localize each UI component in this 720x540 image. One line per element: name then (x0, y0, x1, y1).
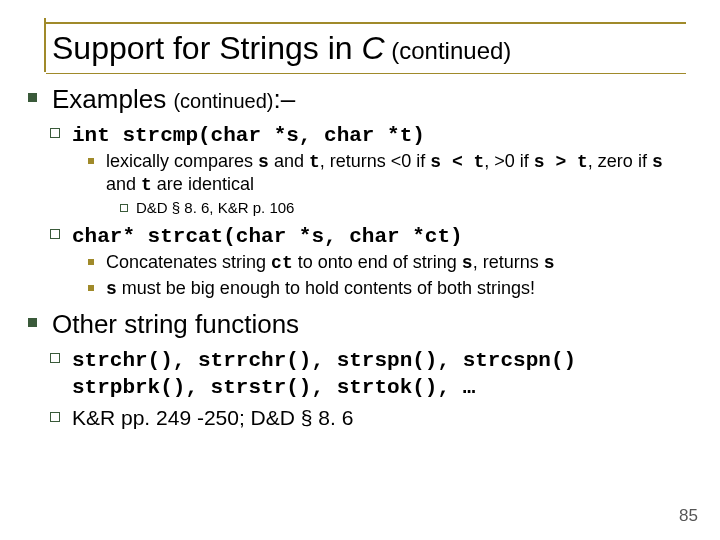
slide-title: Support for Strings in C (continued) (44, 26, 692, 73)
section-examples: Examples (continued):– int strcmp(char *… (52, 84, 692, 301)
slide-content: Examples (continued):– int strcmp(char *… (48, 74, 692, 431)
strcat-desc-2: s must be big enough to hold contents of… (106, 278, 692, 301)
other-funcs: strchr(), strrchr(), strspn(), strcspn()… (72, 346, 692, 401)
heading-tail: :– (273, 84, 295, 114)
strcmp-desc: lexically compares s and t, returns <0 i… (106, 151, 692, 217)
code-strcmp: int strcmp(char *s, char *t) (72, 124, 425, 147)
section-heading: Examples (continued):– (52, 84, 295, 114)
strcat-desc-1: Concatenates string ct to onto end of st… (106, 252, 692, 275)
heading-text: Examples (52, 84, 173, 114)
item-strcmp: int strcmp(char *s, char *t) lexically c… (72, 121, 692, 218)
section-other: Other string functions strchr(), strrchr… (52, 309, 692, 431)
title-left-rule (44, 18, 46, 72)
code-strcat: char* strcat(char *s, char *ct) (72, 225, 463, 248)
heading-suffix: (continued) (173, 90, 273, 112)
page-number: 85 (679, 506, 698, 526)
other-refs: K&R pp. 249 -250; D&D § 8. 6 (72, 405, 692, 431)
title-main: Support for Strings in (52, 30, 361, 66)
slide: Support for Strings in C (continued) Exa… (0, 0, 720, 540)
title-block: Support for Strings in C (continued) (44, 18, 692, 74)
title-top-rule (46, 22, 686, 24)
item-strcat: char* strcat(char *s, char *ct) Concaten… (72, 222, 692, 302)
title-suffix: (continued) (385, 37, 512, 64)
section-heading-2: Other string functions (52, 309, 299, 339)
strcmp-ref: D&D § 8. 6, K&R p. 106 (136, 199, 692, 217)
title-italic: C (361, 30, 384, 66)
